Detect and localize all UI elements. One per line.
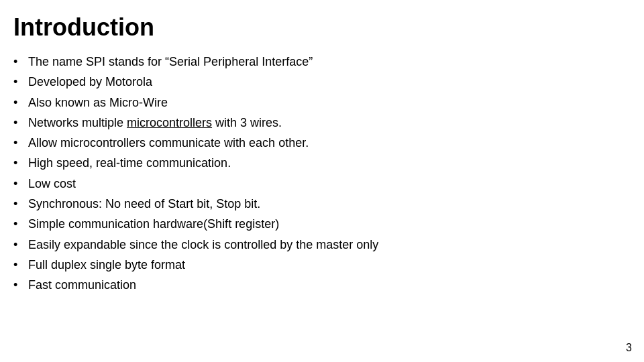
- list-item: • Easily expandable since the clock is c…: [13, 237, 624, 253]
- bullet-list: • The name SPI stands for “Serial Periph…: [13, 54, 624, 294]
- bullet-text: Low cost: [28, 176, 624, 192]
- bullet-point: •: [13, 135, 28, 151]
- list-item: • Allow microcontrollers communicate wit…: [13, 135, 624, 151]
- bullet-text: Networks multiple microcontrollers with …: [28, 115, 624, 131]
- slide-title: Introduction: [13, 13, 624, 42]
- bullet-text: Simple communication hardware(Shift regi…: [28, 216, 624, 232]
- bullet-point: •: [13, 176, 28, 192]
- list-item: • The name SPI stands for “Serial Periph…: [13, 54, 624, 70]
- list-item: • Simple communication hardware(Shift re…: [13, 216, 624, 232]
- slide: Introduction • The name SPI stands for “…: [0, 0, 644, 362]
- bullet-point: •: [13, 95, 28, 111]
- list-item: • Low cost: [13, 176, 624, 192]
- page-number: 3: [626, 342, 632, 354]
- bullet-point: •: [13, 237, 28, 253]
- bullet-point: •: [13, 54, 28, 70]
- bullet-text: The name SPI stands for “Serial Peripher…: [28, 54, 624, 70]
- bullet-text: Full duplex single byte format: [28, 257, 624, 273]
- list-item: • Also known as Micro-Wire: [13, 95, 624, 111]
- bullet-point: •: [13, 155, 28, 171]
- underline-word: microcontrollers: [127, 116, 212, 129]
- list-item: • High speed, real-time communication.: [13, 155, 624, 171]
- bullet-point: •: [13, 74, 28, 90]
- bullet-text: Developed by Motorola: [28, 74, 624, 90]
- bullet-text: Fast communication: [28, 277, 624, 293]
- bullet-text: High speed, real-time communication.: [28, 155, 624, 171]
- list-item: • Networks multiple microcontrollers wit…: [13, 115, 624, 131]
- list-item: • Fast communication: [13, 277, 624, 293]
- list-item: • Full duplex single byte format: [13, 257, 624, 273]
- bullet-point: •: [13, 196, 28, 212]
- bullet-point: •: [13, 216, 28, 232]
- list-item: • Developed by Motorola: [13, 74, 624, 90]
- bullet-text: Synchronous: No need of Start bit, Stop …: [28, 196, 624, 212]
- bullet-text: Also known as Micro-Wire: [28, 95, 624, 111]
- bullet-point: •: [13, 277, 28, 293]
- list-item: • Synchronous: No need of Start bit, Sto…: [13, 196, 624, 212]
- bullet-text: Allow microcontrollers communicate with …: [28, 135, 624, 151]
- bullet-point: •: [13, 115, 28, 131]
- bullet-text: Easily expandable since the clock is con…: [28, 237, 624, 253]
- bullet-point: •: [13, 257, 28, 273]
